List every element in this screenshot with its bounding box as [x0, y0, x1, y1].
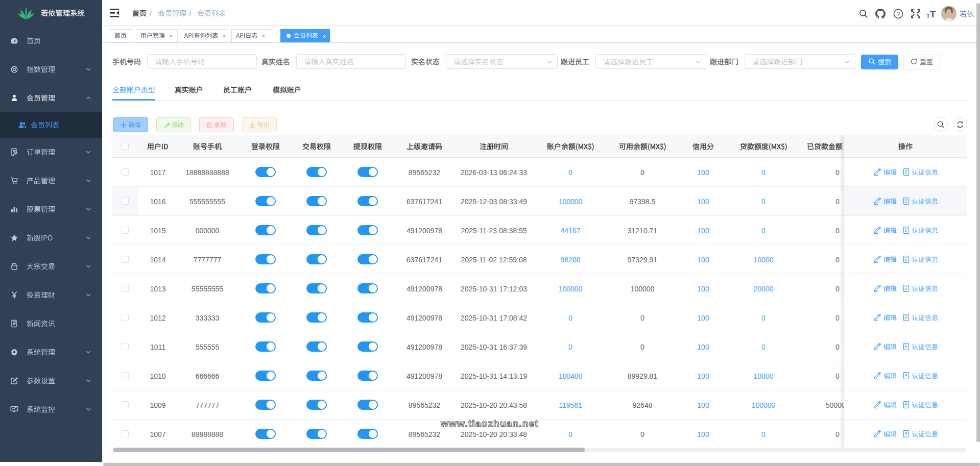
svg-text:?: ? [897, 11, 900, 17]
